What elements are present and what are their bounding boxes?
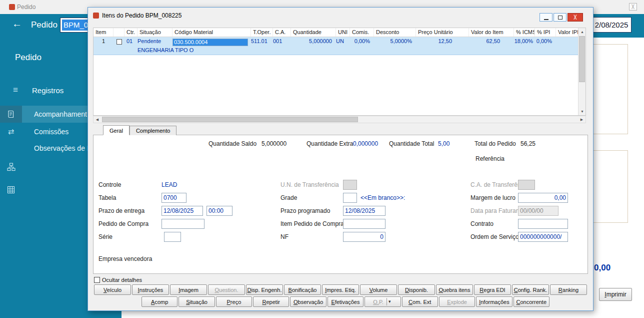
row-ipi: 0,00% — [535, 37, 556, 46]
vertical-scrollbar[interactable]: ▲ ▼ — [578, 28, 586, 115]
prazo-programado-field[interactable]: 12/08/2025 — [343, 206, 386, 216]
grade-field[interactable] — [343, 193, 357, 203]
grid-col-header[interactable]: Item — [94, 28, 114, 37]
ranking-button[interactable]: Ranking — [550, 284, 587, 295]
scroll-right-icon[interactable]: ▶ — [578, 116, 586, 123]
grid-col-header[interactable]: Quantidade — [291, 28, 336, 37]
quebra-itens-button[interactable]: Quebra itens — [436, 284, 473, 295]
table-row[interactable]: 1 01 Pendente 030.500.0004 511.01 001 5,… — [94, 37, 578, 55]
config-rank-button[interactable]: Config. Rank. — [512, 284, 549, 295]
preco-button[interactable]: Preço — [216, 296, 252, 307]
grid-icon — [0, 181, 22, 199]
imagem-button[interactable]: Imagem — [170, 284, 207, 295]
grid-col-header[interactable]: Código Material — [172, 28, 251, 37]
geral-tab-panel: Quantidade Saldo 5,000000 Quantidade Ext… — [93, 135, 588, 274]
com-ext-button[interactable]: Com. Ext — [402, 296, 438, 307]
grid-col-header[interactable]: Desconto — [374, 28, 416, 37]
ocultar-detalhes-checkbox-row[interactable]: Ocultar detalhes — [94, 276, 142, 283]
controle-label: Controle — [98, 179, 121, 190]
minimize-button[interactable] — [540, 13, 552, 22]
grid-col-header[interactable]: Valor IPI — [556, 28, 578, 37]
close-icon[interactable]: ╳ — [629, 3, 637, 11]
item-pedido-compra-field[interactable] — [343, 219, 386, 229]
disp-engenh-button[interactable]: Disp. Engenh. — [246, 284, 283, 295]
tab-geral[interactable]: Geral — [103, 125, 130, 135]
contrato-field[interactable] — [518, 219, 568, 229]
repetir-button[interactable]: Repetir — [253, 296, 289, 307]
tabela-label: Tabela — [98, 192, 116, 203]
grid-col-header[interactable]: Situação — [138, 28, 172, 37]
grid-col-header[interactable]: % ICMS — [514, 28, 535, 37]
background-panel — [590, 150, 628, 223]
pedido-compra-field[interactable] — [162, 219, 204, 229]
concorrente-button[interactable]: Concorrente — [514, 296, 550, 307]
grid-col-header[interactable]: Preço Unitário — [416, 28, 469, 37]
tabela-field[interactable]: 0700 — [162, 193, 186, 203]
app-icon — [9, 4, 15, 10]
row-select-cell[interactable] — [114, 37, 124, 46]
instrucoes-button[interactable]: Instruções — [132, 284, 169, 295]
observacao-button[interactable]: Observação — [290, 296, 326, 307]
scroll-left-icon[interactable]: ◀ — [94, 116, 101, 123]
order-date-input[interactable]: 2/08/2025 — [592, 17, 632, 33]
row-descricao-material: ENGENHARIA TIPO O — [94, 46, 578, 55]
grid-header-row: Item Ctr. Situação Código Material T.Ope… — [94, 28, 578, 37]
blank-icon — [0, 141, 22, 156]
scroll-up-icon[interactable]: ▲ — [578, 28, 586, 36]
regra-edi-button[interactable]: Regra EDI — [474, 284, 511, 295]
grid-col-header[interactable] — [114, 28, 124, 37]
grid-col-header[interactable]: C.A. — [273, 28, 291, 37]
situacao-button[interactable]: Situação — [178, 296, 214, 307]
disponib-button[interactable]: Disponib. — [398, 284, 435, 295]
referencia-label: Referência — [476, 155, 504, 162]
ocultar-detalhes-checkbox[interactable] — [94, 277, 100, 283]
pedido-compra-label: Pedido de Compra — [98, 218, 148, 229]
efetivacoes-button[interactable]: Efetivações — [328, 296, 364, 307]
background-panel — [590, 44, 628, 134]
screen: Pedido ╳ ← Pedido BPM_0 2/08/2025 Pedido… — [0, 0, 644, 318]
grid-col-header[interactable]: Ctr. — [124, 28, 138, 37]
impres-etiq-button[interactable]: Impres. Etiq. — [322, 284, 359, 295]
grid-col-header[interactable]: UNI — [336, 28, 350, 37]
close-button[interactable]: ╳ — [568, 13, 583, 22]
sidebar-item-label: Comissões — [34, 128, 68, 136]
row-t-oper: 511.01 — [251, 37, 273, 46]
codigo-material-edit-field[interactable]: 030.500.0004 — [172, 39, 248, 46]
back-arrow-icon[interactable]: ← — [12, 18, 22, 30]
maximize-button[interactable] — [554, 13, 566, 22]
grid-col-header[interactable]: T.Oper. — [251, 28, 273, 37]
grid-col-header[interactable]: % IPI — [535, 28, 556, 37]
maximize-icon — [558, 16, 562, 20]
serie-field[interactable] — [164, 232, 181, 242]
bonificacao-button[interactable]: Bonificação — [284, 284, 321, 295]
quantidade-extra-value: 0,000000 — [353, 140, 378, 147]
print-button[interactable]: Imprimir — [599, 288, 632, 301]
vertical-scroll-thumb[interactable] — [579, 36, 585, 82]
explode-button: Explode — [439, 296, 475, 307]
row-codigo-material-cell[interactable]: 030.500.0004 — [172, 37, 251, 46]
horizontal-scrollbar[interactable]: ◀ ▶ — [93, 116, 586, 123]
op-dropdown-icon[interactable]: ▾ — [386, 298, 392, 305]
veiculo-button[interactable]: Veículo — [94, 284, 131, 295]
margem-lucro-field[interactable]: 0,00 — [518, 193, 568, 203]
contrato-label: Contrato — [470, 218, 494, 229]
volume-button[interactable]: Volume — [360, 284, 397, 295]
grid-col-header[interactable]: Comis. — [350, 28, 374, 37]
quantidade-total-label: Quantidade Total — [389, 140, 434, 147]
row-icms: 18,00% — [514, 37, 535, 46]
row-checkbox[interactable] — [116, 39, 122, 45]
nf-field[interactable]: 0 — [343, 232, 386, 242]
tab-complemento[interactable]: Complemento — [130, 126, 176, 135]
empresa-vencedora-label: Empresa vencedora — [98, 255, 152, 262]
background-window-title: Pedido — [17, 4, 36, 11]
acomp-button[interactable]: Acomp — [142, 296, 178, 307]
scroll-down-icon[interactable]: ▼ — [578, 108, 586, 115]
horizontal-scroll-thumb[interactable] — [102, 117, 358, 122]
prazo-entrega-date-field[interactable]: 12/08/2025 — [162, 206, 203, 216]
dialog-titlebar[interactable]: Itens do Pedido BPM_008225 ╳ — [88, 8, 593, 24]
sidebar-item-label: Acompanhament — [34, 110, 87, 118]
informacoes-button[interactable]: Informações — [476, 296, 512, 307]
prazo-entrega-time-field[interactable]: 00:00 — [206, 206, 232, 216]
grid-col-header[interactable]: Valor do Item — [469, 28, 514, 37]
ordem-servico-field[interactable]: 000000000000/ — [518, 232, 568, 242]
